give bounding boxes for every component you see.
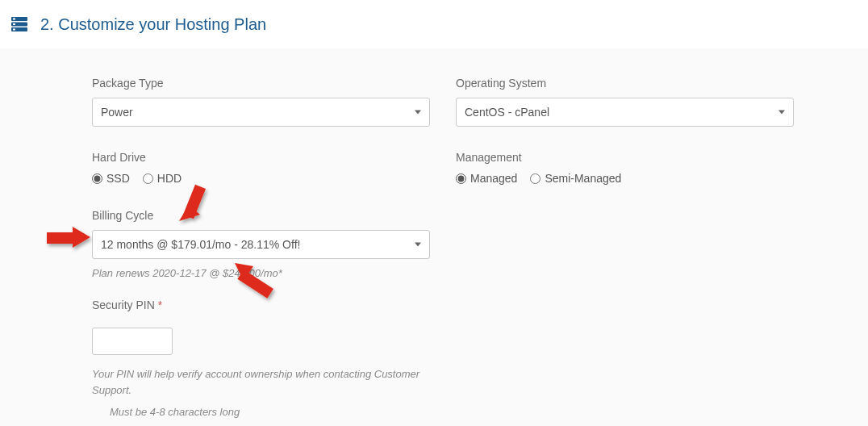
radio-managed[interactable]: Managed — [456, 172, 517, 185]
radio-hdd-label: HDD — [157, 172, 182, 185]
label-package-type: Package Type — [92, 77, 430, 90]
svg-rect-3 — [13, 19, 15, 20]
label-security-pin-text: Security PIN — [92, 299, 155, 311]
caret-down-icon — [778, 111, 785, 115]
radio-semi-managed[interactable]: Semi-Managed — [530, 172, 621, 185]
required-asterisk: * — [158, 299, 162, 311]
label-billing-cycle: Billing Cycle — [92, 209, 430, 222]
svg-rect-4 — [13, 23, 15, 25]
security-pin-rule: May only contain numbers — [110, 423, 430, 426]
radio-semi-managed-label: Semi-Managed — [545, 172, 621, 185]
select-billing-cycle-value: 12 months @ $179.01/mo - 28.11% Off! — [101, 238, 300, 251]
security-pin-rule: Must be 4-8 characters long — [110, 403, 430, 423]
field-management: Management Managed Semi-Managed — [456, 151, 794, 185]
radio-managed-input[interactable] — [456, 173, 466, 184]
radio-ssd[interactable]: SSD — [92, 172, 130, 185]
select-package-type[interactable]: Power — [92, 98, 430, 127]
select-package-type-value: Power — [101, 106, 133, 119]
svg-rect-5 — [13, 29, 15, 31]
billing-renew-text: Plan renews 2020-12-17 @ $249.00/mo* — [92, 267, 430, 279]
radio-hdd-input[interactable] — [143, 173, 153, 184]
radio-semi-managed-input[interactable] — [530, 173, 540, 184]
field-security-pin: Security PIN * Your PIN will help verify… — [92, 299, 430, 426]
server-stack-icon — [10, 15, 29, 34]
select-operating-system[interactable]: CentOS - cPanel — [456, 98, 794, 127]
label-hard-drive: Hard Drive — [92, 151, 430, 164]
section-title: 2. Customize your Hosting Plan — [40, 15, 266, 34]
field-hard-drive: Hard Drive SSD HDD — [92, 151, 430, 185]
security-pin-rules: Must be 4-8 characters long May only con… — [92, 403, 430, 426]
label-management: Management — [456, 151, 794, 164]
radio-ssd-input[interactable] — [92, 173, 102, 184]
field-operating-system: Operating System CentOS - cPanel — [456, 77, 794, 127]
caret-down-icon — [415, 243, 421, 247]
label-security-pin: Security PIN * — [92, 299, 430, 311]
radio-managed-label: Managed — [470, 172, 517, 185]
caret-down-icon — [415, 111, 421, 115]
radio-ssd-label: SSD — [106, 172, 130, 185]
security-pin-hint: Your PIN will help verify account owners… — [92, 366, 430, 398]
label-operating-system: Operating System — [456, 77, 794, 90]
field-package-type: Package Type Power — [92, 77, 430, 127]
radio-hdd[interactable]: HDD — [143, 172, 182, 185]
input-security-pin[interactable] — [92, 328, 173, 355]
spacer — [456, 209, 794, 279]
select-operating-system-value: CentOS - cPanel — [465, 106, 549, 119]
field-billing-cycle: Billing Cycle 12 months @ $179.01/mo - 2… — [92, 209, 430, 279]
select-billing-cycle[interactable]: 12 months @ $179.01/mo - 28.11% Off! — [92, 230, 430, 259]
